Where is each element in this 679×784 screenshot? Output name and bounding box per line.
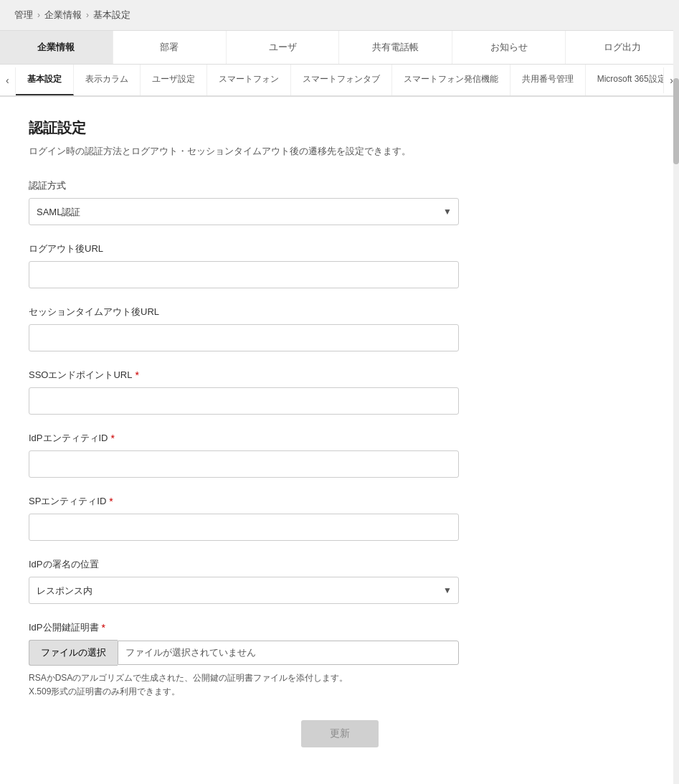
scrollbar-track bbox=[673, 0, 679, 784]
auth-method-select[interactable]: SAML認証 通常認証 bbox=[29, 198, 459, 225]
scrollbar-thumb[interactable] bbox=[673, 78, 679, 164]
top-nav: 企業情報 部署 ユーザ 共有電話帳 お知らせ ログ出力 bbox=[0, 31, 679, 65]
idp-cert-required-mark: * bbox=[102, 622, 105, 633]
idp-entity-id-input[interactable] bbox=[29, 450, 459, 478]
sp-entity-id-group: SPエンティティID * bbox=[29, 495, 650, 541]
idp-entity-id-group: IdPエンティティID * bbox=[29, 432, 650, 478]
sp-entity-required-mark: * bbox=[109, 496, 113, 507]
sso-required-mark: * bbox=[135, 369, 138, 381]
idp-public-key-cert-group: IdP公開鍵証明書 * ファイルの選択 ファイルが選択されていません RSAかD… bbox=[29, 621, 650, 699]
sp-entity-id-input[interactable] bbox=[29, 514, 459, 541]
top-nav-item-user[interactable]: ユーザ bbox=[227, 31, 340, 64]
update-button[interactable]: 更新 bbox=[301, 720, 379, 747]
sso-endpoint-input[interactable] bbox=[29, 387, 459, 415]
idp-entity-id-label: IdPエンティティID * bbox=[29, 432, 650, 445]
idp-signature-position-label: IdPの署名の位置 bbox=[29, 558, 650, 571]
session-timeout-url-label: セッションタイムアウト後URL bbox=[29, 306, 650, 318]
sub-nav-smartphone[interactable]: スマートフォン bbox=[207, 65, 291, 95]
idp-public-key-cert-label: IdP公開鍵証明書 * bbox=[29, 621, 650, 634]
session-timeout-url-group: セッションタイムアウト後URL bbox=[29, 306, 650, 351]
idp-signature-position-select-wrapper: レスポンス内 アサーション内 ▼ bbox=[29, 577, 459, 604]
logout-url-group: ログアウト後URL bbox=[29, 242, 650, 288]
sub-nav-ms365[interactable]: Microsoft 365設定 bbox=[586, 65, 664, 95]
sub-nav-shared-num[interactable]: 共用番号管理 bbox=[511, 65, 586, 95]
session-timeout-url-input[interactable] bbox=[29, 324, 459, 351]
file-input-area: ファイルの選択 ファイルが選択されていません bbox=[29, 640, 459, 666]
sso-endpoint-group: SSOエンドポイントURL * bbox=[29, 369, 650, 415]
idp-entity-required-mark: * bbox=[111, 433, 115, 444]
top-nav-item-phonebook[interactable]: 共有電話帳 bbox=[339, 31, 452, 64]
main-content: 認証設定 ログイン時の認証方法とログアウト・セッションタイムアウト後の遷移先を設… bbox=[0, 97, 679, 784]
sub-nav-items: 基本設定 表示カラム ユーザ設定 スマートフォン スマートフォンタブ スマートフ… bbox=[16, 65, 664, 95]
section-description: ログイン時の認証方法とログアウト・セッションタイムアウト後の遷移先を設定できます… bbox=[29, 145, 650, 158]
sub-nav-user-settings[interactable]: ユーザ設定 bbox=[141, 65, 207, 95]
breadcrumb: 管理 › 企業情報 › 基本設定 bbox=[0, 0, 679, 31]
logout-url-label: ログアウト後URL bbox=[29, 242, 650, 255]
file-hint: RSAかDSAのアルゴリズムで生成された、公開鍵の証明書ファイルを添付します。 … bbox=[29, 671, 650, 699]
file-select-button[interactable]: ファイルの選択 bbox=[29, 640, 118, 666]
update-btn-area: 更新 bbox=[29, 720, 650, 747]
auth-method-group: 認証方式 SAML認証 通常認証 ▼ bbox=[29, 179, 650, 225]
breadcrumb-text2: 企業情報 bbox=[44, 9, 82, 22]
file-name-display: ファイルが選択されていません bbox=[118, 641, 459, 665]
sub-nav-basic[interactable]: 基本設定 bbox=[16, 65, 74, 95]
sub-nav: ‹ 基本設定 表示カラム ユーザ設定 スマートフォン スマートフォンタブ スマー… bbox=[0, 65, 679, 97]
sub-nav-smartphone-tab[interactable]: スマートフォンタブ bbox=[291, 65, 392, 95]
sub-nav-prev[interactable]: ‹ bbox=[0, 67, 16, 93]
sp-entity-id-label: SPエンティティID * bbox=[29, 495, 650, 508]
sub-nav-display-col[interactable]: 表示カラム bbox=[74, 65, 141, 95]
top-nav-item-dept[interactable]: 部署 bbox=[113, 31, 227, 64]
auth-method-label: 認証方式 bbox=[29, 179, 650, 192]
idp-signature-position-select[interactable]: レスポンス内 アサーション内 bbox=[29, 577, 459, 604]
auth-method-select-wrapper: SAML認証 通常認証 ▼ bbox=[29, 198, 459, 225]
top-nav-item-company[interactable]: 企業情報 bbox=[0, 31, 113, 64]
page-title: 認証設定 bbox=[29, 118, 650, 138]
sso-endpoint-label: SSOエンドポイントURL * bbox=[29, 369, 650, 382]
logout-url-input[interactable] bbox=[29, 261, 459, 288]
idp-signature-position-group: IdPの署名の位置 レスポンス内 アサーション内 ▼ bbox=[29, 558, 650, 604]
breadcrumb-text: 管理 bbox=[14, 9, 33, 22]
top-nav-item-log[interactable]: ログ出力 bbox=[566, 31, 679, 64]
breadcrumb-text3: 基本設定 bbox=[93, 9, 130, 22]
breadcrumb-sep2: › bbox=[86, 10, 89, 20]
breadcrumb-sep1: › bbox=[37, 10, 40, 20]
sub-nav-smartphone-call[interactable]: スマートフォン発信機能 bbox=[392, 65, 511, 95]
top-nav-item-notice[interactable]: お知らせ bbox=[452, 31, 566, 64]
